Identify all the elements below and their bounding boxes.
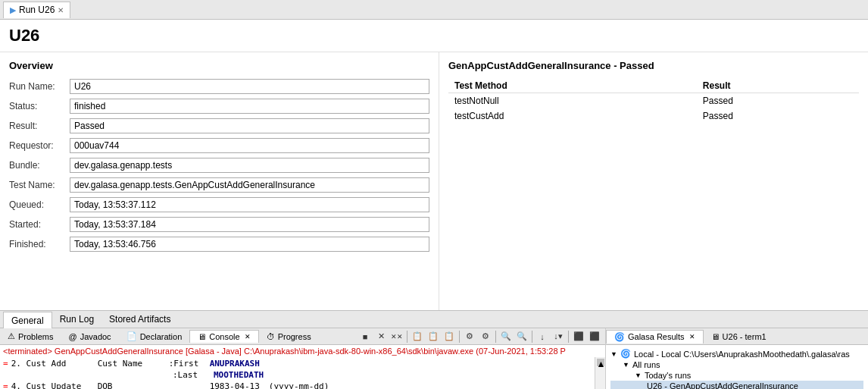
line1-col3: :First: [169, 359, 207, 369]
galasa-content: ▼ 🌀 Local - Local C:\Users\AnuprakashMoo…: [606, 345, 868, 389]
console-label: Console: [209, 332, 239, 341]
tab-problems[interactable]: ⚠ Problems: [0, 330, 61, 343]
results-panel: GenAppCustAddGeneralInsurance - Passed T…: [439, 52, 868, 310]
toolbar-btn-clear[interactable]: 📋: [442, 329, 457, 344]
field-result: Result:: [9, 118, 429, 133]
value-finished[interactable]: [70, 237, 429, 252]
console-icon: 🖥: [198, 332, 206, 341]
field-bundle: Bundle:: [9, 158, 429, 173]
line2-col4: MOOTHEDATH: [214, 370, 264, 380]
tree-item-u26[interactable]: U26 - GenAppCustAddGeneralInsurance: [610, 381, 863, 389]
javadoc-icon: @: [68, 332, 76, 341]
tab-bar: ▶ Run U26 ✕: [0, 0, 868, 20]
toolbar-btn-search[interactable]: 🔍: [498, 329, 514, 344]
console-line-2: :Last MOOTHEDATH: [3, 370, 592, 380]
toolbar-btn-stop[interactable]: ■: [358, 329, 373, 344]
field-requestor: Requestor:: [9, 138, 429, 153]
tab-run-log[interactable]: Run Log: [52, 311, 101, 328]
tree-label-local: Local - Local C:\Users\AnuprakashMoothed…: [634, 350, 850, 359]
tree-arrow-allruns: ▼: [623, 361, 629, 369]
field-run-name: Run Name:: [9, 79, 429, 94]
galasa-results-label: Galasa Results: [628, 332, 685, 341]
value-bundle[interactable]: [70, 158, 429, 173]
console-line-1: = 2. Cust Add Cust Name :First ANUPRAKAS…: [3, 359, 592, 369]
results-table: Test Method Result testNotNullPassedtest…: [448, 79, 859, 124]
value-started[interactable]: [70, 217, 429, 232]
line1-col2: Cust Name: [98, 359, 166, 369]
javadoc-label: Javadoc: [80, 332, 111, 341]
page-title: U26: [0, 20, 868, 52]
label-started: Started:: [9, 219, 70, 230]
line2-col2: [101, 370, 170, 380]
galasa-tree-icon: 🌀: [620, 349, 631, 359]
console-close-icon[interactable]: ✕: [245, 333, 251, 340]
tree-item-allruns[interactable]: ▼ All runs: [610, 359, 863, 370]
toolbar-btn-closeall[interactable]: ✕✕: [389, 329, 404, 344]
toolbar-btn-down2[interactable]: ↓▾: [551, 329, 566, 344]
toolbar-btn-settings2[interactable]: ⚙: [478, 329, 493, 344]
progress-icon: ⏱: [267, 332, 275, 341]
cell-result: Passed: [697, 93, 859, 109]
line3-col3: [169, 381, 207, 389]
value-run-name[interactable]: [70, 79, 429, 94]
run-u26-tab[interactable]: ▶ Run U26 ✕: [3, 2, 70, 18]
tab-console[interactable]: 🖥 Console ✕: [189, 330, 258, 343]
value-queued[interactable]: [70, 197, 429, 212]
label-finished: Finished:: [9, 239, 70, 249]
value-test-name[interactable]: [70, 177, 429, 193]
line3-col5: (yyyy-mm-dd): [269, 381, 329, 389]
overview-header: Overview: [9, 60, 429, 71]
col-test-method: Test Method: [448, 79, 697, 93]
label-status: Status:: [9, 101, 70, 111]
tab-close-icon[interactable]: ✕: [58, 6, 64, 14]
marker-2: [3, 370, 12, 380]
toolbar-btn-search2[interactable]: 🔍: [514, 329, 529, 344]
tab-stored-artifacts[interactable]: Stored Artifacts: [101, 311, 178, 328]
toolbar-btn-down[interactable]: ↓: [535, 329, 550, 344]
declaration-label: Declaration: [140, 332, 183, 341]
galasa-close-icon[interactable]: ✕: [689, 333, 695, 340]
tree-item-local[interactable]: ▼ 🌀 Local - Local C:\Users\AnuprakashMoo…: [610, 348, 863, 359]
tree-label-todays: Today's runs: [645, 371, 691, 380]
tab-javadoc[interactable]: @ Javadoc: [61, 331, 118, 343]
label-test-name: Test Name:: [9, 180, 70, 190]
value-status[interactable]: [70, 99, 429, 114]
tab-u26-term1[interactable]: 🖥 U26 - term1: [704, 331, 774, 343]
tree-item-todays[interactable]: ▼ Today's runs: [610, 370, 863, 381]
line3-col1: 4. Cust Update: [11, 381, 95, 389]
toolbar-btn-layout1[interactable]: ⬛: [571, 329, 586, 344]
sep2: [459, 331, 460, 343]
cell-result: Passed: [697, 108, 859, 124]
label-bundle: Bundle:: [9, 160, 70, 171]
table-row: testNotNullPassed: [448, 93, 859, 109]
cell-method: testCustAdd: [448, 108, 697, 124]
toolbar-btn-layout2[interactable]: ⬛: [587, 329, 602, 344]
label-run-name: Run Name:: [9, 81, 70, 92]
line1-col1: 2. Cust Add: [11, 359, 95, 369]
tab-declaration[interactable]: 📄 Declaration: [119, 330, 190, 343]
sep5: [568, 331, 569, 343]
galasa-panel: 🌀 Galasa Results ✕ 🖥 U26 - term1 ▼ 🌀 Loc…: [606, 328, 868, 389]
console-area: ⚠ Problems @ Javadoc 📄 Declaration 🖥 Con…: [0, 328, 868, 389]
table-row: testCustAddPassed: [448, 108, 859, 124]
tab-galasa-results[interactable]: 🌀 Galasa Results ✕: [606, 330, 704, 344]
problems-label: Problems: [18, 332, 53, 341]
value-result[interactable]: [70, 118, 429, 133]
tab-general[interactable]: General: [3, 312, 52, 328]
toolbar-btn-settings[interactable]: ⚙: [462, 329, 477, 344]
progress-label: Progress: [278, 332, 311, 341]
value-requestor[interactable]: [70, 138, 429, 153]
console-line-3: = 4. Cust Update DOB 1983-04-13 (yyyy-mm…: [3, 381, 592, 389]
tab-progress[interactable]: ⏱ Progress: [259, 331, 319, 343]
problems-icon: ⚠: [8, 331, 15, 341]
galasa-icon: 🌀: [614, 332, 625, 342]
toolbar-btn-paste[interactable]: 📋: [426, 329, 441, 344]
field-test-name: Test Name:: [9, 177, 429, 193]
scroll-up-btn[interactable]: ▲: [597, 359, 604, 366]
toolbar-btn-copy[interactable]: 📋: [410, 329, 425, 344]
term-label: U26 - term1: [723, 332, 767, 341]
sep4: [532, 331, 532, 343]
toolbar-btn-close[interactable]: ✕: [373, 329, 389, 344]
marker-3: =: [3, 381, 8, 389]
tree-arrow-todays: ▼: [635, 372, 642, 379]
